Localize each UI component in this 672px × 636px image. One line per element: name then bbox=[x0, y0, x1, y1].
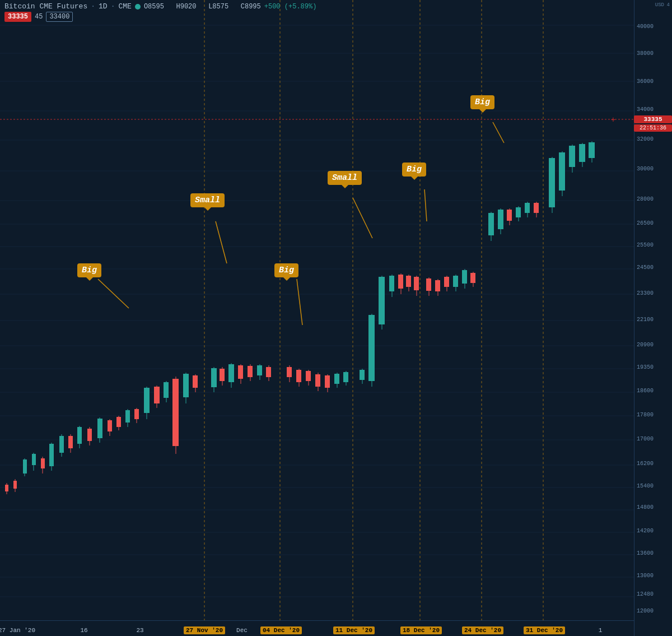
candle-53 bbox=[525, 202, 530, 217]
svg-rect-84 bbox=[257, 365, 262, 375]
price-12000: 12000 bbox=[637, 608, 654, 614]
price-23300: 23300 bbox=[637, 290, 654, 296]
callout-big-3: Big bbox=[402, 163, 426, 177]
candle-47 bbox=[462, 269, 467, 289]
svg-rect-144 bbox=[569, 146, 575, 167]
candle-34 bbox=[334, 373, 339, 388]
svg-rect-42 bbox=[49, 444, 54, 466]
candle-14 bbox=[125, 409, 130, 427]
svg-rect-106 bbox=[379, 277, 385, 324]
candle-20 bbox=[183, 373, 189, 403]
current-time-badge: 22:51:36 bbox=[634, 124, 672, 132]
chart-title: Bitcoin CME Futures bbox=[4, 2, 87, 11]
candle-4 bbox=[32, 453, 36, 471]
svg-rect-92 bbox=[306, 371, 311, 381]
chart-area[interactable]: + Big Small Big Small Big Big bbox=[0, 0, 634, 620]
candle-57 bbox=[569, 145, 575, 173]
outline-price: 33400 bbox=[46, 12, 73, 22]
callout-small-2: Small bbox=[328, 171, 362, 185]
time-1: 1 bbox=[599, 627, 603, 634]
svg-rect-40 bbox=[41, 458, 45, 468]
candle-36 bbox=[360, 369, 365, 384]
price-38000: 38000 bbox=[637, 50, 654, 57]
exchange-label: CME bbox=[118, 2, 131, 11]
svg-rect-58 bbox=[125, 410, 130, 423]
svg-rect-86 bbox=[266, 367, 271, 377]
svg-rect-148 bbox=[589, 142, 595, 158]
price-28000: 28000 bbox=[637, 196, 654, 202]
svg-rect-34 bbox=[13, 481, 17, 489]
candle-56 bbox=[559, 151, 565, 196]
svg-rect-126 bbox=[470, 273, 475, 283]
candle-11 bbox=[97, 417, 102, 443]
candle-44 bbox=[435, 279, 440, 296]
svg-rect-78 bbox=[228, 364, 234, 382]
svg-rect-94 bbox=[315, 374, 320, 387]
time-nov27: 27 Nov '20 bbox=[184, 627, 225, 634]
svg-rect-36 bbox=[23, 459, 27, 473]
svg-rect-82 bbox=[248, 366, 253, 377]
candle-9 bbox=[77, 426, 82, 448]
svg-rect-88 bbox=[287, 367, 292, 377]
price-34000: 34000 bbox=[637, 106, 654, 113]
svg-rect-48 bbox=[77, 427, 82, 444]
price-24500: 24500 bbox=[637, 264, 654, 271]
candle-52 bbox=[516, 206, 521, 221]
svg-rect-38 bbox=[32, 454, 36, 465]
candle-17 bbox=[154, 386, 160, 408]
price-25500: 25500 bbox=[637, 242, 654, 248]
price-14800: 14800 bbox=[637, 504, 654, 510]
candle-31 bbox=[306, 370, 311, 386]
time-dec4: 04 Dec '20 bbox=[260, 627, 302, 634]
svg-rect-128 bbox=[488, 213, 494, 235]
svg-rect-60 bbox=[134, 409, 139, 419]
time-16: 16 bbox=[80, 627, 87, 634]
svg-rect-142 bbox=[559, 152, 565, 191]
candle-43 bbox=[426, 277, 431, 296]
svg-rect-66 bbox=[164, 382, 169, 398]
svg-rect-70 bbox=[183, 374, 189, 397]
chart-container: Bitcoin CME Futures · 1D · CME O8595 H90… bbox=[0, 0, 672, 636]
svg-rect-96 bbox=[325, 375, 330, 388]
svg-rect-98 bbox=[334, 374, 339, 384]
price-30000: 30000 bbox=[637, 166, 654, 172]
candle-38 bbox=[379, 276, 385, 329]
price-16200: 16200 bbox=[637, 461, 654, 467]
svg-rect-138 bbox=[534, 203, 539, 213]
candle-46 bbox=[453, 275, 458, 291]
candle-26 bbox=[248, 364, 253, 381]
candle-15 bbox=[134, 408, 139, 423]
candle-50 bbox=[498, 208, 503, 234]
callout-big-2: Big bbox=[274, 263, 298, 277]
svg-rect-116 bbox=[426, 278, 431, 291]
candle-48 bbox=[470, 272, 475, 287]
candle-59 bbox=[589, 141, 595, 163]
time-23: 23 bbox=[136, 627, 143, 634]
svg-rect-90 bbox=[296, 370, 301, 382]
candle-23 bbox=[220, 367, 225, 386]
time-dec24: 24 Dec '20 bbox=[462, 627, 503, 634]
candle-7 bbox=[59, 434, 64, 457]
price-32000: 32000 bbox=[637, 136, 654, 142]
time-dec31: 31 Dec '20 bbox=[524, 627, 565, 634]
svg-rect-74 bbox=[211, 368, 217, 387]
candle-1 bbox=[5, 483, 8, 494]
svg-rect-110 bbox=[398, 275, 403, 289]
svg-rect-46 bbox=[68, 436, 73, 448]
candle-58 bbox=[579, 143, 585, 167]
candle-25 bbox=[238, 364, 243, 384]
candle-18 bbox=[164, 381, 169, 402]
candle-40 bbox=[398, 273, 403, 294]
header-row2: 33335 45 33400 bbox=[4, 12, 73, 22]
candle-6 bbox=[49, 443, 54, 471]
price-14200: 14200 bbox=[637, 528, 654, 534]
candle-45 bbox=[444, 276, 449, 291]
svg-rect-124 bbox=[462, 270, 467, 284]
candle-2 bbox=[13, 479, 17, 492]
svg-rect-146 bbox=[579, 144, 585, 162]
price-change: +500 (+5.89%) bbox=[264, 3, 317, 11]
price-22100: 22100 bbox=[637, 317, 654, 323]
candle-24 bbox=[228, 363, 234, 388]
candle-28 bbox=[266, 365, 271, 381]
timeframe-label: 1D bbox=[99, 2, 108, 11]
